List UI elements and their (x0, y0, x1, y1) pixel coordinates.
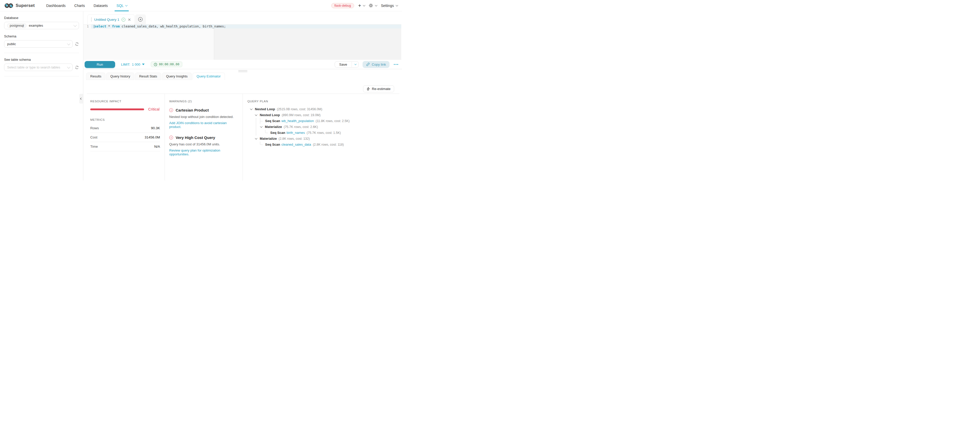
warning-description: Nested loop without join condition detec… (169, 115, 238, 119)
sql-code-editor[interactable]: 1 select * from cleaned_sales_data, wb_h… (83, 24, 401, 60)
tab-query-history[interactable]: Query history (106, 73, 134, 80)
metric-row: Cost 31456.0M (90, 133, 160, 142)
table-schema-label: See table schema (4, 58, 79, 62)
chevron-down-icon (363, 4, 365, 6)
chevron-down-icon (396, 4, 398, 6)
warning-description: Query has cost of 31456.0M units. (169, 142, 238, 146)
reestimate-button[interactable]: Re-estimate (363, 86, 394, 92)
tree-elbow-connector (260, 141, 263, 148)
plan-node: Materialize (75.7K rows, cost: 2.6K) (247, 124, 395, 130)
chevron-down-icon[interactable] (255, 113, 258, 116)
metrics-list: Rows 90.3K Cost 31456.0M Time N/A (90, 124, 160, 151)
copy-link-button[interactable]: Copy link (363, 61, 390, 68)
limit-value: 1 000 (132, 63, 140, 67)
save-button[interactable]: Save (335, 61, 352, 68)
schema-field: Schema public (4, 34, 79, 48)
query-tabbar: Untitled Query 1 ✓ ✕ + (88, 14, 402, 24)
warning-suggestion-link[interactable]: Review query plan for optimization oppor… (169, 148, 238, 156)
tab-query-estimator[interactable]: Query Estimator (192, 73, 225, 80)
chevron-down-icon[interactable] (250, 108, 253, 110)
clock-icon (154, 63, 157, 66)
schema-label: Schema (4, 34, 79, 38)
sql-text: cleaned_sales_data, wb_health_population… (120, 25, 226, 28)
chevron-down-icon (125, 4, 128, 6)
nav-item-sql[interactable]: SQL (112, 0, 131, 11)
plan-table-link[interactable]: wb_health_population (282, 119, 314, 123)
query-tab[interactable]: Untitled Query 1 ✓ ✕ (88, 14, 135, 24)
close-tab-icon[interactable]: ✕ (128, 18, 131, 22)
schema-select[interactable]: public (4, 40, 73, 48)
chevron-left-icon (80, 98, 82, 100)
nav-item-dashboards[interactable]: Dashboards (42, 0, 70, 11)
superset-logo[interactable]: Superset (4, 3, 35, 8)
sidebar-collapse-button[interactable] (79, 94, 83, 103)
resource-impact-header: RESOURCE IMPACT (90, 100, 160, 103)
run-query-button[interactable]: Run (84, 61, 115, 68)
editor-toolbar: Run LIMIT: 1 000 00:00:00.00 Save (83, 60, 402, 69)
plan-node: Nested Loop (890.9M rows, cost: 19.0M) (247, 112, 395, 118)
settings-menu[interactable]: Settings (381, 3, 398, 8)
query-estimator-panel: Re-estimate RESOURCE IMPACT Critical MET… (83, 80, 402, 181)
database-value: examples (29, 24, 43, 27)
refresh-icon[interactable] (75, 65, 79, 70)
limit-dropdown[interactable]: LIMIT: 1 000 (121, 63, 145, 67)
refresh-icon[interactable] (75, 42, 79, 46)
nav-item-datasets[interactable]: Datasets (89, 0, 112, 11)
plan-table-link[interactable]: cleaned_sales_data (282, 143, 311, 146)
superset-logo-icon (4, 3, 14, 8)
database-field: Database postgresql examples (4, 16, 79, 29)
chevron-down-icon (354, 63, 356, 65)
theme-toggle[interactable] (369, 3, 377, 8)
estimator-columns: RESOURCE IMPACT Critical METRICS Rows 90… (87, 94, 399, 181)
sql-lab-app: Superset Dashboards Charts Datasets SQL … (0, 0, 402, 181)
sql-text: * (106, 25, 112, 28)
metric-row: Rows 90.3K (90, 124, 160, 133)
database-label: Database (4, 16, 79, 20)
warning-title: Very High Cost Query (176, 135, 215, 140)
tab-query-insights[interactable]: Query Insights (162, 73, 192, 80)
table-search-input[interactable] (7, 65, 67, 69)
warnings-column: WARNINGS (2) ! Cartesian Product Nested … (165, 94, 243, 181)
warning-suggestion-link[interactable]: Add JOIN conditions to avoid cartesian p… (169, 121, 238, 129)
resource-impact-column: RESOURCE IMPACT Critical METRICS Rows 90… (87, 94, 165, 181)
chevron-down-icon (375, 4, 377, 6)
db-engine-tag: postgresql (7, 23, 26, 28)
plan-node: Seq Scan cleaned_sales_data (2.8K rows, … (247, 141, 395, 148)
query-plan-column: QUERY PLAN Nested Loop (2515.0B rows, co… (243, 94, 399, 181)
sun-icon (369, 3, 373, 8)
nav-item-charts[interactable]: Charts (70, 0, 89, 11)
tree-tee-connector (260, 118, 263, 124)
save-split-button: Save (335, 61, 359, 68)
tab-result-stats[interactable]: Result Stats (135, 73, 161, 80)
plus-circle-icon: + (138, 17, 143, 22)
query-timer: 00:00:00.00 (151, 62, 182, 67)
environment-badge: flask-debug (331, 3, 354, 8)
tab-results[interactable]: Results (86, 73, 105, 80)
add-query-tab-button[interactable]: + (135, 14, 146, 24)
warning-card: ! Cartesian Product Nested loop without … (169, 108, 238, 129)
active-code-line: select * from cleaned_sales_data, wb_hea… (91, 25, 401, 29)
plus-icon: + (358, 3, 361, 8)
query-plan-tree: Nested Loop (2515.0B rows, cost: 31456.0… (247, 106, 395, 148)
chevron-down-icon[interactable] (255, 137, 258, 140)
chevron-down-icon[interactable] (260, 125, 262, 128)
chevron-down-icon (67, 65, 70, 69)
new-item-button[interactable]: + (358, 3, 365, 8)
save-options-button[interactable] (352, 61, 359, 68)
plan-table-link[interactable]: birth_names (287, 131, 305, 135)
navbar-right: flask-debug + Settings (331, 3, 398, 8)
sql-keyword: from (112, 25, 120, 28)
warning-title: Cartesian Product (176, 108, 209, 112)
sqllab-sidebar: Database postgresql examples Schema publ… (0, 11, 83, 181)
plan-node: Seq Scan wb_health_population (11.8K row… (247, 118, 395, 124)
database-select[interactable]: postgresql examples (4, 22, 79, 29)
warning-icon: ! (169, 108, 173, 112)
pane-splitter[interactable] (83, 69, 402, 73)
more-actions-button[interactable]: ••• (394, 63, 399, 67)
chevron-down-icon (67, 42, 70, 45)
table-schema-field: See table schema (4, 58, 79, 71)
query-saved-check-icon: ✓ (121, 18, 126, 22)
table-select[interactable] (4, 64, 73, 71)
link-icon (366, 63, 370, 66)
sql-keyword: select (95, 25, 106, 28)
